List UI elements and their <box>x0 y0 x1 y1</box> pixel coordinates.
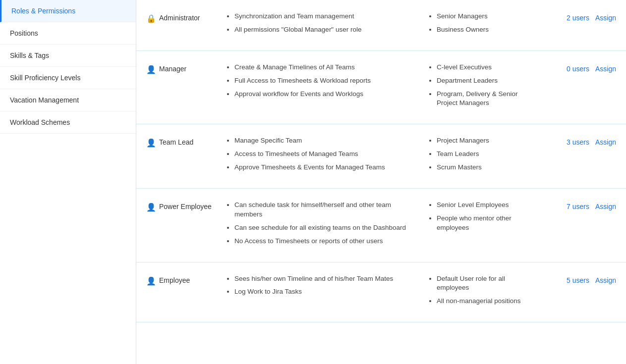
actions-col: 0 usersAssign <box>547 63 616 73</box>
permission-item: No Access to Timesheets or reports of ot… <box>234 237 418 246</box>
typical-users-col: Senior Level EmployeesPeople who mentor … <box>428 201 547 237</box>
role-row: 👤EmployeeSees his/her own Timeline and o… <box>136 262 626 323</box>
app-layout: Roles & PermissionsPositionsSkills & Tag… <box>0 0 626 364</box>
typical-users-col: Project ManagersTeam LeadersScrum Master… <box>428 136 547 176</box>
main-content: 🔒AdministratorSynchronization and Team m… <box>136 0 626 364</box>
permission-item: Approval workflow for Events and Worklog… <box>234 90 418 99</box>
typical-user-item: Default User role for all employees <box>437 274 537 293</box>
role-name-col: 👤Manager <box>146 63 226 74</box>
role-name: Manager <box>159 65 186 73</box>
permissions-col: Can schedule task for himself/herself an… <box>226 201 428 250</box>
actions-col: 2 usersAssign <box>547 12 616 22</box>
role-row: 👤Team LeadManage Specific TeamAccess to … <box>136 124 626 189</box>
typical-user-item: All non-managerial positions <box>437 297 537 306</box>
sidebar-item-workload-schemes[interactable]: Workload Schemes <box>0 111 136 134</box>
role-row: 👤ManagerCreate & Manage Timelines of All… <box>136 51 626 125</box>
permission-item: Can schedule task for himself/herself an… <box>234 201 418 219</box>
role-icon: 👤 <box>146 203 156 212</box>
sidebar-item-skill-proficiency-levels[interactable]: Skill Proficiency Levels <box>0 67 136 89</box>
users-count[interactable]: 5 users <box>567 276 589 284</box>
sidebar-item-roles-permissions[interactable]: Roles & Permissions <box>0 0 136 22</box>
sidebar: Roles & PermissionsPositionsSkills & Tag… <box>0 0 136 364</box>
role-name: Employee <box>159 276 190 284</box>
assign-button[interactable]: Assign <box>595 203 616 210</box>
role-icon: 👤 <box>146 276 156 286</box>
permission-item: Approve Timesheets & Events for Managed … <box>234 163 418 172</box>
typical-user-item: Department Leaders <box>437 76 537 86</box>
typical-users-col: Senior ManagersBusiness Owners <box>428 12 547 39</box>
sidebar-item-positions[interactable]: Positions <box>0 22 136 45</box>
role-icon: 👤 <box>146 138 156 148</box>
permissions-col: Create & Manage Timelines of All TeamsFu… <box>226 63 428 103</box>
permission-item: Full Access to Timesheets & Workload rep… <box>234 76 418 86</box>
typical-user-item: Scrum Masters <box>437 163 537 172</box>
typical-user-item: Senior Managers <box>437 12 537 21</box>
role-name-col: 👤Team Lead <box>146 136 226 148</box>
typical-user-item: C-level Executives <box>437 63 537 72</box>
typical-user-item: Business Owners <box>437 25 537 35</box>
role-name: Power Employee <box>159 203 212 210</box>
typical-user-item: Project Managers <box>437 136 537 146</box>
permission-item: Synchronization and Team management <box>234 12 418 21</box>
role-name-col: 🔒Administrator <box>146 12 226 23</box>
users-count[interactable]: 7 users <box>567 203 589 210</box>
typical-user-item: People who mentor other employees <box>437 214 537 233</box>
typical-users-col: Default User role for all employeesAll n… <box>428 274 547 311</box>
role-name-col: 👤Employee <box>146 274 226 286</box>
permission-item: Sees his/her own Timeline and of his/her… <box>234 274 418 284</box>
permission-item: Manage Specific Team <box>234 136 418 146</box>
permissions-col: Sees his/her own Timeline and of his/her… <box>226 274 428 301</box>
actions-col: 3 usersAssign <box>547 136 616 146</box>
users-count[interactable]: 3 users <box>567 138 589 146</box>
role-row: 🔒AdministratorSynchronization and Team m… <box>136 0 626 51</box>
typical-user-item: Program, Delivery & Senior Project Manag… <box>437 90 537 108</box>
role-name: Administrator <box>159 14 200 22</box>
assign-button[interactable]: Assign <box>595 14 616 22</box>
permissions-col: Synchronization and Team managementAll p… <box>226 12 428 39</box>
permission-item: Create & Manage Timelines of All Teams <box>234 63 418 72</box>
role-row: 👤Power EmployeeCan schedule task for him… <box>136 189 626 262</box>
permission-item: Can see schedule for all existing teams … <box>234 223 418 233</box>
role-icon: 🔒 <box>146 14 156 23</box>
typical-user-item: Senior Level Employees <box>437 201 537 210</box>
assign-button[interactable]: Assign <box>595 276 616 284</box>
users-count[interactable]: 0 users <box>567 65 589 73</box>
sidebar-item-skills-tags[interactable]: Skills & Tags <box>0 45 136 67</box>
permission-item: Access to Timesheets of Managed Teams <box>234 150 418 159</box>
actions-col: 7 usersAssign <box>547 201 616 210</box>
actions-col: 5 usersAssign <box>547 274 616 284</box>
typical-user-item: Team Leaders <box>437 150 537 159</box>
role-name: Team Lead <box>159 138 193 146</box>
permission-item: All permissions "Global Manager" user ro… <box>234 25 418 35</box>
sidebar-item-vacation-management[interactable]: Vacation Management <box>0 89 136 111</box>
permissions-col: Manage Specific TeamAccess to Timesheets… <box>226 136 428 176</box>
typical-users-col: C-level ExecutivesDepartment LeadersProg… <box>428 63 547 112</box>
permission-item: Log Work to Jira Tasks <box>234 287 418 297</box>
assign-button[interactable]: Assign <box>595 138 616 146</box>
role-icon: 👤 <box>146 65 156 74</box>
users-count[interactable]: 2 users <box>567 14 589 22</box>
role-name-col: 👤Power Employee <box>146 201 226 212</box>
assign-button[interactable]: Assign <box>595 65 616 73</box>
